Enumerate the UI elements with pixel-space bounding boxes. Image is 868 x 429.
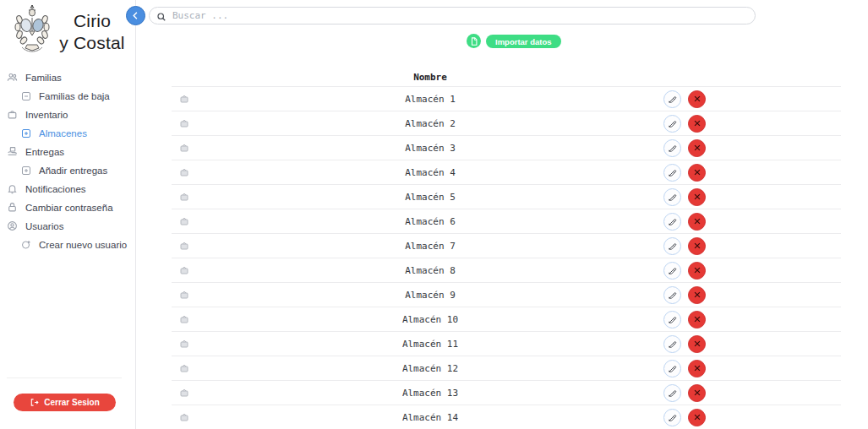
pencil-icon [668, 364, 677, 373]
delete-button[interactable] [688, 311, 706, 329]
minus-square-icon [20, 90, 31, 101]
edit-button[interactable] [663, 90, 681, 108]
logout-label: Cerrar Sesion [44, 398, 100, 407]
table-row: Almacén 4 [172, 160, 841, 184]
row-actions [663, 115, 714, 133]
table-row: Almacén 8 [172, 258, 841, 282]
sidebar-item-crear-nuevo-usuario[interactable]: Crear nuevo usuario [0, 236, 135, 254]
x-icon [693, 364, 701, 372]
edit-button[interactable] [663, 213, 681, 231]
brand: Cirio y Costal [0, 0, 135, 55]
package-icon [172, 192, 197, 202]
delete-button[interactable] [688, 139, 706, 157]
pencil-icon [668, 193, 677, 202]
delete-button[interactable] [688, 90, 706, 108]
package-icon [172, 118, 197, 128]
import-data-button[interactable]: Importar datos [486, 35, 561, 48]
delete-button[interactable] [688, 262, 706, 280]
column-header-nombre: Nombre [197, 72, 663, 83]
delete-button[interactable] [688, 360, 706, 377]
bell-icon [7, 183, 18, 194]
edit-button[interactable] [663, 115, 681, 133]
warehouse-name: Almacén 12 [197, 363, 663, 374]
package-icon [172, 265, 197, 275]
x-icon [693, 217, 701, 225]
pencil-icon [668, 413, 677, 422]
edit-button[interactable] [663, 262, 681, 280]
x-icon [693, 315, 701, 323]
row-actions [663, 164, 714, 182]
delete-button[interactable] [688, 188, 706, 206]
edit-button[interactable] [663, 335, 681, 353]
x-icon [693, 339, 701, 348]
table-row: Almacén 1 [172, 86, 841, 111]
sidebar-item-label: Familias de baja [39, 91, 110, 101]
edit-button[interactable] [663, 286, 681, 304]
x-icon [693, 291, 701, 299]
sidebar-item-inventario[interactable]: Inventario [0, 106, 135, 124]
sidebar-item-cambiar-contrasena[interactable]: Cambiar contraseña [0, 198, 135, 217]
import-file-button[interactable] [467, 34, 481, 48]
search-input[interactable] [149, 7, 756, 24]
package-icon [172, 412, 197, 422]
sidebar-item-anadir-entregas[interactable]: Añadir entregas [0, 161, 135, 180]
warehouse-table: Nombre Almacén 1 Almacén 2 [172, 68, 841, 429]
delete-button[interactable] [688, 164, 706, 182]
pencil-icon [668, 339, 677, 349]
edit-button[interactable] [663, 164, 681, 182]
sidebar-item-usuarios[interactable]: Usuarios [0, 217, 135, 236]
warehouse-name: Almacén 9 [197, 290, 663, 301]
warehouse-name: Almacén 1 [197, 94, 663, 105]
row-actions [663, 237, 714, 255]
sidebar-item-label: Entregas [25, 147, 64, 157]
logout-button[interactable]: Cerrar Sesion [14, 394, 116, 411]
app-title: Cirio y Costal [54, 3, 130, 55]
sidebar-item-entregas[interactable]: Entregas [0, 143, 135, 161]
pencil-icon [668, 315, 677, 324]
pencil-icon [668, 266, 677, 275]
user-plus-icon [20, 239, 31, 250]
edit-button[interactable] [663, 139, 681, 157]
delete-button[interactable] [688, 115, 706, 133]
sidebar-item-almacenes[interactable]: Almacenes [0, 124, 135, 143]
delete-button[interactable] [688, 384, 706, 402]
x-icon [693, 119, 701, 128]
warehouse-name: Almacén 5 [197, 192, 663, 203]
pencil-icon [668, 217, 677, 226]
x-icon [693, 95, 701, 103]
row-actions [663, 90, 714, 108]
table-row: Almacén 5 [172, 184, 841, 209]
row-actions [663, 384, 714, 402]
sidebar-item-familias[interactable]: Familias [0, 68, 135, 87]
edit-button[interactable] [663, 237, 681, 255]
x-icon [693, 193, 701, 201]
warehouse-name: Almacén 6 [197, 216, 663, 227]
row-actions [663, 188, 714, 206]
delete-button[interactable] [688, 213, 706, 231]
row-actions [663, 139, 714, 157]
sidebar-item-label: Inventario [25, 110, 68, 120]
x-icon [693, 144, 701, 152]
sidebar-item-notificaciones[interactable]: Notificaciones [0, 180, 135, 198]
sidebar-item-label: Añadir entregas [39, 166, 107, 176]
plus-square-icon [20, 165, 31, 176]
delete-button[interactable] [688, 335, 706, 353]
edit-button[interactable] [663, 360, 681, 377]
users-icon [7, 72, 18, 83]
edit-button[interactable] [663, 188, 681, 206]
edit-button[interactable] [663, 311, 681, 329]
warehouse-name: Almacén 8 [197, 265, 663, 276]
edit-button[interactable] [663, 409, 681, 426]
sidebar-item-label: Crear nuevo usuario [39, 240, 127, 250]
table-row: Almacén 13 [172, 380, 841, 405]
delete-button[interactable] [688, 286, 706, 304]
sidebar: Cirio y Costal Familias Familias de baja… [0, 0, 136, 429]
edit-button[interactable] [663, 384, 681, 402]
delete-button[interactable] [688, 409, 706, 426]
sidebar-item-familias-de-baja[interactable]: Familias de baja [0, 87, 135, 106]
back-button[interactable] [126, 6, 145, 25]
pencil-icon [668, 168, 677, 177]
plus-square-icon [20, 128, 31, 138]
package-icon [172, 143, 197, 153]
delete-button[interactable] [688, 237, 706, 255]
